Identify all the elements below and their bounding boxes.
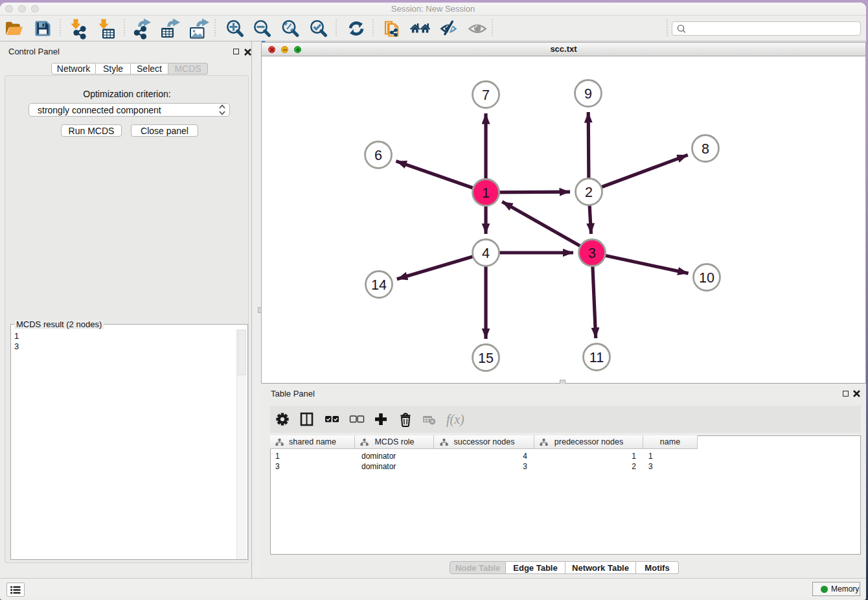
svg-text:3: 3: [588, 246, 596, 261]
svg-text:4: 4: [482, 246, 490, 261]
svg-text:7: 7: [482, 87, 490, 103]
svg-text:1: 1: [482, 185, 490, 201]
svg-text:6: 6: [374, 148, 382, 163]
svg-text:9: 9: [584, 86, 592, 102]
svg-text:15: 15: [478, 351, 494, 366]
svg-text:14: 14: [371, 277, 387, 293]
svg-text:f(x): f(x): [446, 412, 464, 427]
svg-text:2: 2: [585, 185, 593, 200]
svg-text:8: 8: [702, 141, 709, 157]
svg-text:10: 10: [699, 270, 714, 286]
svg-text:11: 11: [589, 350, 604, 365]
